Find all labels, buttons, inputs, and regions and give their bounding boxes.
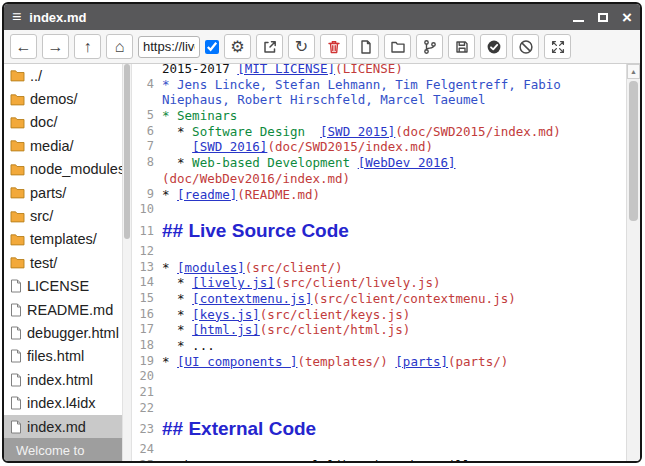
toolbar: ← → ↑ ⌂ ⚙ ↻ <box>4 30 640 64</box>
delete-button[interactable] <box>320 34 347 59</box>
editor-scrollbar[interactable]: ▲ <box>626 64 640 461</box>
scroll-up-icon: ▲ <box>630 68 637 75</box>
expand-button[interactable] <box>544 34 571 59</box>
file-icon <box>10 373 22 387</box>
editor-row: 7 [SWD 2016](doc/SWD2015/index.md) <box>132 139 626 155</box>
folder-icon <box>10 69 25 82</box>
editor-row: 19* [UI components ](templates/) [parts]… <box>132 354 626 370</box>
maximize-icon <box>598 13 608 22</box>
editor-row: 11## Live Source Code <box>132 218 626 244</box>
forward-button[interactable]: → <box>42 34 69 59</box>
refresh-icon: ↻ <box>295 37 308 56</box>
editor-row: 5* Seminars <box>132 108 626 124</box>
main-area: ../ demos/ doc/ media/ node_modules/ par… <box>4 64 640 461</box>
file-label: demos/ <box>30 91 78 107</box>
minimize-button[interactable] <box>573 8 584 26</box>
back-button[interactable]: ← <box>10 34 37 59</box>
title-bar: ≡ index.md × <box>4 4 640 30</box>
markdown-editor[interactable]: 2015-2017 [MIT LICENSE](LICENSE)4* Jens … <box>132 64 626 461</box>
sidebar-item-index-md[interactable]: index.md <box>4 415 122 438</box>
home-button[interactable]: ⌂ <box>106 34 133 59</box>
sidebar-item-demos[interactable]: demos/ <box>4 87 122 110</box>
sidebar-item-test[interactable]: test/ <box>4 251 122 274</box>
sidebar-item-doc[interactable]: doc/ <box>4 111 122 134</box>
line-number: 24 <box>132 442 162 458</box>
save-button[interactable] <box>448 34 475 59</box>
editor-row: 13* [modules](src/client/) <box>132 260 626 276</box>
sidebar-item-parts[interactable]: parts/ <box>4 181 122 204</box>
line-number <box>132 171 162 187</box>
sidebar-item-license[interactable]: LICENSE <box>4 275 122 298</box>
sidebar-item-templates[interactable]: templates/ <box>4 228 122 251</box>
sidebar-item-[interactable]: ../ <box>4 64 122 87</box>
minimize-icon <box>573 20 584 22</box>
editor-row: 10 <box>132 202 626 218</box>
line-number: 8 <box>132 155 162 171</box>
file-label: README.md <box>27 302 113 318</box>
sidebar-scrollbar[interactable] <box>122 64 132 461</box>
editor-row: 8 * Web-based Development [WebDev 2016] <box>132 155 626 171</box>
editor-row: 16 * [keys.js](src/client/keys.js) <box>132 307 626 323</box>
save-icon <box>454 39 470 55</box>
folder-outline-icon <box>390 39 406 55</box>
file-list: ../ demos/ doc/ media/ node_modules/ par… <box>4 64 122 438</box>
folder-icon <box>10 116 25 129</box>
block-button[interactable] <box>512 34 539 59</box>
editor-row: 17 * [html.js](src/client/html.js) <box>132 322 626 338</box>
maximize-button[interactable] <box>598 8 608 26</box>
line-number: 9 <box>132 187 162 203</box>
open-external-button[interactable] <box>256 34 283 59</box>
editor-row: 20 <box>132 369 626 385</box>
new-folder-button[interactable] <box>384 34 411 59</box>
scroll-up-button[interactable]: ▲ <box>627 64 640 79</box>
editor-row: 4* Jens Lincke, Stefan Lehmann, Tim Felg… <box>132 77 626 93</box>
sidebar-item-node-modules[interactable]: node_modules/ <box>4 158 122 181</box>
editor-row: 12 <box>132 244 626 260</box>
folder-icon <box>10 163 25 176</box>
file-label: src/ <box>30 208 53 224</box>
sidebar-item-media[interactable]: media/ <box>4 134 122 157</box>
editor-row: 2015-2017 [MIT LICENSE](LICENSE) <box>132 64 626 77</box>
file-browser: ../ demos/ doc/ media/ node_modules/ par… <box>4 64 122 461</box>
editor-row: 25We host some external libraries that w… <box>132 458 626 461</box>
sidebar-item-index-html[interactable]: index.html <box>4 368 122 391</box>
file-icon <box>10 303 22 317</box>
sidebar-item-files-html[interactable]: files.html <box>4 345 122 368</box>
close-button[interactable]: × <box>622 9 632 26</box>
editor-row: Niephaus, Robert Hirschfeld, Marcel Taeu… <box>132 92 626 108</box>
sidebar-item-index-l4idx[interactable]: index.l4idx <box>4 391 122 414</box>
line-number: 25 <box>132 458 162 461</box>
line-number: 14 <box>132 275 162 291</box>
editor-scroll-thumb[interactable] <box>629 81 638 221</box>
line-number <box>132 64 162 77</box>
line-number: 10 <box>132 202 162 218</box>
auto-update-checkbox[interactable] <box>205 40 219 54</box>
accept-button[interactable] <box>480 34 507 59</box>
sidebar-item-readme-md[interactable]: README.md <box>4 298 122 321</box>
refresh-button[interactable]: ↻ <box>288 34 315 59</box>
url-input[interactable] <box>138 36 200 58</box>
folder-icon <box>10 210 25 223</box>
line-number: 20 <box>132 369 162 385</box>
up-button[interactable]: ↑ <box>74 34 101 59</box>
settings-button[interactable]: ⚙ <box>224 34 251 59</box>
sidebar-item-src[interactable]: src/ <box>4 204 122 227</box>
file-icon <box>10 326 22 340</box>
trash-icon <box>326 39 342 55</box>
file-label: index.l4idx <box>27 395 96 411</box>
git-branch-button[interactable] <box>416 34 443 59</box>
folder-icon <box>10 233 25 246</box>
line-number: 12 <box>132 244 162 260</box>
editor-row: 18 * ... <box>132 338 626 354</box>
menu-icon[interactable]: ≡ <box>12 9 21 25</box>
forward-icon: → <box>48 38 64 56</box>
new-file-icon <box>358 39 374 55</box>
sidebar-scroll-thumb[interactable] <box>124 64 130 239</box>
editor-row: 24 <box>132 442 626 458</box>
git-branch-icon <box>422 39 438 55</box>
new-file-button[interactable] <box>352 34 379 59</box>
editor-row: (doc/WebDev2016/index.md) <box>132 171 626 187</box>
sidebar-item-debugger-html[interactable]: debugger.html <box>4 321 122 344</box>
file-icon <box>10 420 22 434</box>
line-number: 22 <box>132 401 162 417</box>
